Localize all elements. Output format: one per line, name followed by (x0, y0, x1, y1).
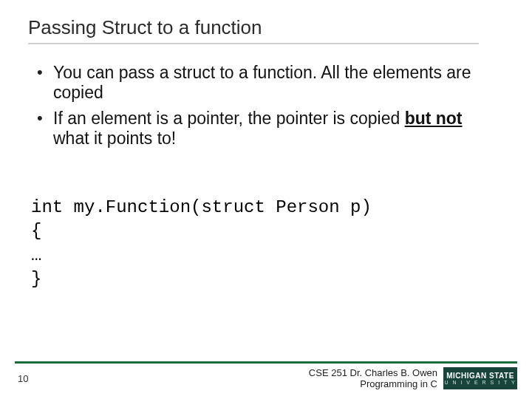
bullet-text: You can pass a struct to a function. All… (53, 63, 471, 102)
bullet-item: If an element is a pointer, the pointer … (34, 109, 492, 149)
body-content: You can pass a struct to a function. All… (34, 63, 492, 155)
msu-logo: MICHIGAN STATE U N I V E R S I T Y (443, 367, 517, 389)
code-block: int my.Function(struct Person p) { … } (31, 196, 504, 292)
slide-container: Passing Struct to a function You can pas… (0, 0, 532, 399)
footer-credit-line: Programming in C (309, 378, 437, 390)
footer-credit: CSE 251 Dr. Charles B. Owen Programming … (309, 367, 437, 390)
bullet-text: what it points to! (53, 129, 176, 148)
slide-title: Passing Struct to a function (28, 16, 262, 39)
footer-divider (15, 361, 517, 364)
logo-main-text: MICHIGAN STATE (446, 372, 514, 380)
logo-sub-text: U N I V E R S I T Y (444, 380, 516, 385)
bullet-underlined-text: but not (405, 109, 463, 128)
code-line: { (31, 221, 41, 241)
title-underline (28, 43, 479, 44)
bullet-item: You can pass a struct to a function. All… (34, 63, 492, 103)
code-line: } (31, 269, 41, 289)
code-line: … (31, 245, 41, 265)
page-number: 10 (18, 373, 28, 384)
bullet-list: You can pass a struct to a function. All… (34, 63, 492, 149)
footer-right: CSE 251 Dr. Charles B. Owen Programming … (309, 367, 517, 390)
code-line: int my.Function(struct Person p) (31, 197, 372, 217)
bullet-text: If an element is a pointer, the pointer … (53, 109, 405, 128)
footer-credit-line: CSE 251 Dr. Charles B. Owen (309, 367, 437, 379)
